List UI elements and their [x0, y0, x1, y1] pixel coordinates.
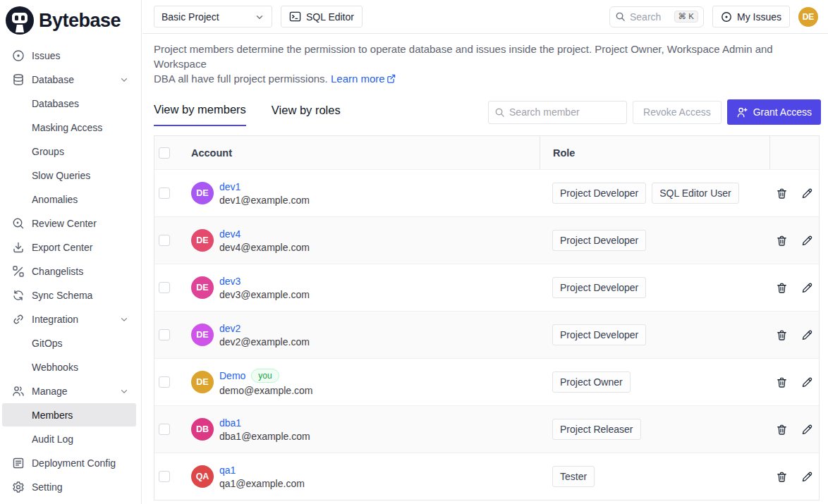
delete-member-button[interactable] — [776, 188, 788, 199]
edit-member-button[interactable] — [801, 424, 813, 436]
sidebar-item-databases[interactable]: Databases — [2, 92, 136, 115]
edit-member-button[interactable] — [801, 235, 813, 247]
tab-view-by-members[interactable]: View by members — [154, 99, 246, 126]
sidebar-item-deployment-config[interactable]: Deployment Config — [2, 451, 136, 474]
sync-icon — [12, 289, 25, 302]
global-search-input[interactable]: Search ⌘ K — [609, 6, 704, 27]
member-email: dev4@example.com — [219, 242, 310, 253]
sidebar-item-changelists[interactable]: Changelists — [2, 259, 136, 283]
search-icon — [494, 107, 505, 118]
sidebar-item-issues[interactable]: Issues — [2, 44, 136, 67]
sidebar-item-review-center[interactable]: Review Center — [2, 211, 136, 235]
members-description: Project members determine the permission… — [154, 42, 821, 87]
row-checkbox[interactable] — [159, 282, 170, 293]
members-table: Account Role DE dev1 dev1@example.com Pr… — [154, 135, 820, 500]
bytebase-logo[interactable]: Bytebase — [0, 0, 141, 37]
member-email: dba1@example.com — [219, 431, 310, 442]
edit-member-button[interactable] — [801, 471, 813, 483]
member-name-link[interactable]: qa1 — [219, 465, 236, 476]
row-checkbox[interactable] — [159, 188, 170, 199]
edit-member-button[interactable] — [801, 376, 813, 388]
sidebar-item-label: Issues — [32, 50, 60, 61]
member-row-dev3: DE dev3 dev3@example.com Project Develop… — [154, 264, 819, 311]
edit-member-button[interactable] — [801, 329, 813, 341]
row-checkbox[interactable] — [159, 471, 170, 482]
you-badge: you — [251, 369, 279, 383]
table-body: DE dev1 dev1@example.com Project Develop… — [154, 169, 819, 500]
member-name-link[interactable]: dev1 — [219, 181, 241, 192]
sidebar-item-sync-schema[interactable]: Sync Schema — [2, 283, 136, 307]
delete-member-button[interactable] — [776, 424, 788, 436]
row-checkbox[interactable] — [159, 329, 170, 340]
delete-member-button[interactable] — [776, 471, 788, 483]
sidebar-item-label: Export Center — [32, 242, 92, 253]
delete-member-button[interactable] — [776, 282, 788, 294]
sidebar: Bytebase IssuesDatabaseDatabasesMasking … — [0, 0, 142, 504]
sidebar-item-label: Slow Queries — [32, 170, 90, 181]
role-chip: Project Developer — [552, 277, 646, 298]
member-avatar: QA — [191, 465, 214, 488]
sidebar-item-manage[interactable]: Manage — [2, 379, 136, 402]
revoke-access-button[interactable]: Revoke Access — [633, 101, 722, 124]
member-name-link[interactable]: dev3 — [219, 276, 241, 287]
member-name-link[interactable]: dba1 — [219, 417, 241, 429]
main-content: Project members determine the permission… — [142, 35, 828, 504]
sidebar-item-label: Changelists — [32, 266, 83, 277]
member-name-link[interactable]: Demo — [219, 370, 245, 381]
integration-icon — [12, 313, 25, 326]
pencil-icon — [801, 329, 813, 341]
sidebar-item-integration[interactable]: Integration — [2, 307, 136, 331]
pencil-icon — [801, 424, 813, 436]
grant-access-button[interactable]: Grant Access — [727, 99, 821, 125]
sidebar-item-setting[interactable]: Setting — [2, 475, 136, 498]
sidebar-nav: IssuesDatabaseDatabasesMasking AccessGro… — [0, 37, 141, 498]
sidebar-item-label: Sync Schema — [32, 290, 92, 301]
column-header-role: Role — [540, 136, 769, 169]
role-chip: SQL Editor User — [652, 183, 738, 204]
sql-editor-button[interactable]: SQL Editor — [281, 6, 363, 27]
column-header-actions — [769, 136, 819, 169]
global-search-placeholder: Search — [630, 11, 661, 23]
row-checkbox[interactable] — [159, 235, 170, 246]
sidebar-item-label: Review Center — [32, 218, 97, 229]
search-icon — [615, 11, 626, 22]
trash-icon — [776, 188, 788, 199]
member-email: qa1@example.com — [219, 478, 305, 489]
member-name-link[interactable]: dev2 — [219, 323, 241, 334]
sidebar-item-slow-queries[interactable]: Slow Queries — [2, 164, 136, 187]
tab-view-by-roles[interactable]: View by roles — [272, 99, 341, 125]
member-row-demo: DE Demoyou demo@example.com Project Owne… — [154, 358, 819, 405]
row-checkbox[interactable] — [159, 376, 170, 388]
member-search-input[interactable]: Search member — [488, 101, 627, 124]
edit-member-button[interactable] — [801, 282, 813, 294]
row-checkbox[interactable] — [159, 424, 170, 435]
sidebar-item-groups[interactable]: Groups — [2, 140, 136, 163]
edit-member-button[interactable] — [801, 188, 813, 199]
project-select[interactable]: Basic Project — [154, 6, 272, 27]
pencil-icon — [801, 471, 813, 483]
my-issues-button[interactable]: My Issues — [712, 6, 790, 27]
sidebar-item-webhooks[interactable]: Webhooks — [2, 355, 136, 379]
sidebar-item-audit-log[interactable]: Audit Log — [2, 427, 136, 450]
learn-more-link[interactable]: Learn more — [331, 73, 385, 85]
sidebar-item-gitops[interactable]: GitOps — [2, 331, 136, 355]
sidebar-item-database[interactable]: Database — [2, 68, 136, 91]
sidebar-item-anomalies[interactable]: Anomalies — [2, 188, 136, 211]
member-name-link[interactable]: dev4 — [219, 228, 241, 240]
delete-member-button[interactable] — [776, 376, 788, 388]
delete-member-button[interactable] — [776, 235, 788, 247]
sidebar-item-label: GitOps — [32, 338, 63, 349]
role-chip: Project Developer — [552, 230, 646, 251]
bytebase-logo-icon — [6, 6, 34, 35]
trash-icon — [776, 329, 788, 341]
sidebar-item-label: Audit Log — [32, 434, 73, 445]
terminal-icon — [289, 11, 301, 23]
trash-icon — [776, 471, 788, 483]
sidebar-item-masking-access[interactable]: Masking Access — [2, 116, 136, 139]
grant-access-label: Grant Access — [753, 106, 812, 118]
sidebar-item-export-center[interactable]: Export Center — [2, 235, 136, 259]
delete-member-button[interactable] — [776, 329, 788, 341]
sidebar-item-members[interactable]: Members — [2, 403, 136, 426]
user-avatar[interactable]: DE — [798, 7, 818, 27]
select-all-checkbox[interactable] — [159, 147, 170, 159]
